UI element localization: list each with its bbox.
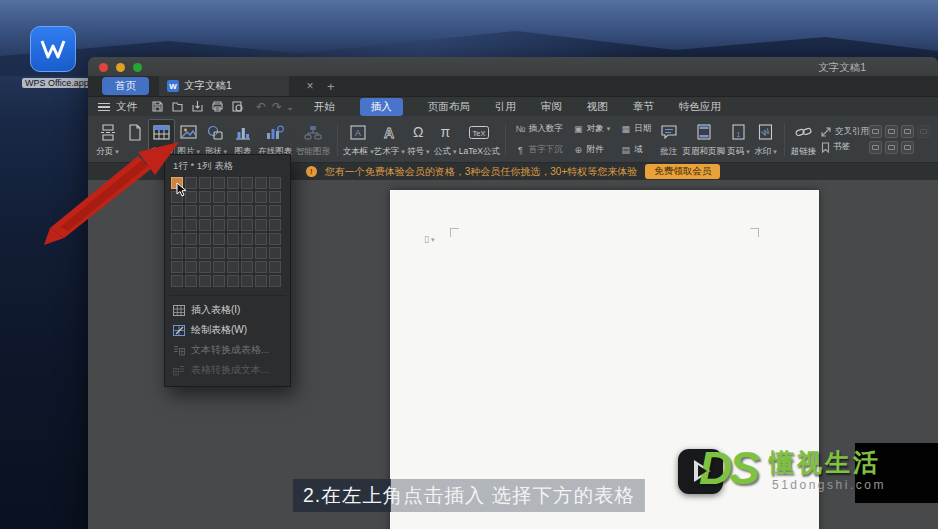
new-tab-button[interactable]: + bbox=[327, 79, 335, 94]
attachment-button[interactable]: ⊕附件 bbox=[573, 141, 611, 161]
ribbon-tab-3[interactable]: 引用 bbox=[495, 100, 516, 114]
tab-close-icon[interactable]: × bbox=[303, 79, 317, 93]
window-titlebar[interactable]: 文字文稿1 bbox=[88, 57, 938, 76]
table-grid-cell[interactable] bbox=[171, 261, 183, 273]
ribbon-tab-5[interactable]: 视图 bbox=[587, 100, 608, 114]
table-grid-cell[interactable] bbox=[241, 247, 253, 259]
table-grid-cell[interactable] bbox=[227, 233, 239, 245]
smart-graphic-button[interactable]: 智能图形 bbox=[294, 119, 332, 160]
cross-reference-button[interactable]: 交叉引用 bbox=[821, 126, 869, 138]
toolbar-more-icon[interactable]: ⌄ bbox=[286, 102, 294, 112]
table-grid-cell[interactable] bbox=[213, 275, 225, 287]
text-box-button[interactable]: A 文本框 bbox=[343, 119, 374, 160]
ribbon-tab-7[interactable]: 特色应用 bbox=[679, 100, 721, 114]
paragraph-handle-icon[interactable]: ▯ bbox=[424, 234, 434, 244]
table-grid-cell[interactable] bbox=[241, 177, 253, 189]
latex-button[interactable]: TeX LaTeX公式 bbox=[459, 119, 500, 160]
table-grid-cell[interactable] bbox=[227, 205, 239, 217]
comment-button[interactable]: 批注 bbox=[655, 119, 682, 160]
table-grid-cell[interactable] bbox=[199, 219, 211, 231]
drop-cap-button[interactable]: ¶首字下沉 bbox=[515, 141, 563, 161]
extra-insert-icon[interactable] bbox=[885, 125, 898, 138]
redo-icon[interactable]: ↷ bbox=[272, 100, 282, 114]
hyperlink-button[interactable]: 超链接 bbox=[790, 119, 817, 160]
table-grid-cell[interactable] bbox=[185, 261, 197, 273]
table-grid-cell[interactable] bbox=[227, 261, 239, 273]
table-grid-cell[interactable] bbox=[227, 247, 239, 259]
table-grid-cell[interactable] bbox=[227, 177, 239, 189]
table-grid-cell[interactable] bbox=[241, 191, 253, 203]
table-grid-cell[interactable] bbox=[269, 247, 281, 259]
table-grid-cell[interactable] bbox=[199, 247, 211, 259]
ribbon-tab-1[interactable]: 插入 bbox=[360, 98, 403, 116]
table-grid-cell[interactable] bbox=[199, 233, 211, 245]
ribbon-tab-2[interactable]: 页面布局 bbox=[428, 100, 470, 114]
table-grid-cell[interactable] bbox=[269, 205, 281, 217]
extra-insert-icon[interactable] bbox=[885, 141, 898, 154]
word-art-button[interactable]: A 艺术字 bbox=[374, 119, 405, 160]
table-grid-cell[interactable] bbox=[185, 247, 197, 259]
undo-icon[interactable]: ↶ bbox=[256, 100, 266, 114]
table-grid-cell[interactable] bbox=[199, 191, 211, 203]
table-grid-cell[interactable] bbox=[213, 191, 225, 203]
table-grid-cell[interactable] bbox=[213, 233, 225, 245]
table-grid-cell[interactable] bbox=[171, 275, 183, 287]
extra-insert-icon[interactable] bbox=[901, 125, 914, 138]
table-grid-cell[interactable] bbox=[255, 177, 267, 189]
menu-item-draw-table[interactable]: 绘制表格(W) bbox=[169, 320, 286, 340]
table-grid-cell[interactable] bbox=[241, 275, 253, 287]
table-grid-cell[interactable] bbox=[255, 261, 267, 273]
save-icon[interactable] bbox=[151, 100, 164, 113]
print-icon[interactable] bbox=[211, 100, 224, 113]
table-grid-cell[interactable] bbox=[241, 233, 253, 245]
table-grid-cell[interactable] bbox=[255, 233, 267, 245]
export-icon[interactable] bbox=[191, 100, 204, 113]
desktop-icon-wps[interactable]: WPS Office.app bbox=[22, 26, 84, 90]
table-grid-cell[interactable] bbox=[213, 247, 225, 259]
table-grid-cell[interactable] bbox=[199, 275, 211, 287]
table-grid-cell[interactable] bbox=[227, 219, 239, 231]
extra-insert-icon[interactable] bbox=[869, 141, 882, 154]
field-button[interactable]: ▤域 bbox=[620, 141, 651, 161]
table-grid-cell[interactable] bbox=[213, 177, 225, 189]
table-grid-cell[interactable] bbox=[269, 261, 281, 273]
tab-document[interactable]: W 文字文稿1 bbox=[159, 76, 289, 96]
table-grid-cell[interactable] bbox=[269, 233, 281, 245]
open-icon[interactable] bbox=[171, 100, 184, 113]
table-grid-cell[interactable] bbox=[269, 177, 281, 189]
table-grid-cell[interactable] bbox=[171, 247, 183, 259]
table-grid-cell[interactable] bbox=[199, 261, 211, 273]
page-number-button[interactable]: 1 页码 bbox=[725, 119, 752, 160]
table-grid-cell[interactable] bbox=[255, 205, 267, 217]
table-grid-cell[interactable] bbox=[213, 205, 225, 217]
menu-item-text-to-table[interactable]: 文本转换成表格... bbox=[169, 340, 286, 360]
tab-home[interactable]: 首页 bbox=[102, 77, 149, 95]
preview-icon[interactable] bbox=[231, 100, 244, 113]
bookmark-button[interactable]: 书签 bbox=[821, 141, 869, 153]
table-grid-cell[interactable] bbox=[255, 191, 267, 203]
insert-number-button[interactable]: №插入数字 bbox=[515, 119, 563, 139]
table-grid-cell[interactable] bbox=[213, 219, 225, 231]
table-grid-cell[interactable] bbox=[269, 219, 281, 231]
table-grid-cell[interactable] bbox=[255, 247, 267, 259]
file-menu[interactable]: 文件 bbox=[116, 100, 137, 114]
table-grid-cell[interactable] bbox=[255, 275, 267, 287]
header-footer-button[interactable]: 页眉和页脚 bbox=[682, 119, 725, 160]
table-grid-cell[interactable] bbox=[241, 205, 253, 217]
extra-insert-icon[interactable] bbox=[917, 125, 930, 138]
hamburger-menu-icon[interactable] bbox=[98, 103, 110, 111]
date-button[interactable]: ▦日期 bbox=[620, 119, 651, 139]
zoom-window-button[interactable] bbox=[133, 63, 142, 72]
extra-insert-icon[interactable] bbox=[869, 125, 882, 138]
formula-button[interactable]: π 公式 bbox=[432, 119, 459, 160]
table-grid-cell[interactable] bbox=[269, 275, 281, 287]
ribbon-tab-6[interactable]: 章节 bbox=[633, 100, 654, 114]
ribbon-tab-0[interactable]: 开始 bbox=[314, 100, 335, 114]
table-grid-cell[interactable] bbox=[255, 219, 267, 231]
table-grid-cell[interactable] bbox=[269, 191, 281, 203]
table-grid-cell[interactable] bbox=[227, 191, 239, 203]
symbol-button[interactable]: Ω 符号 bbox=[405, 119, 432, 160]
table-grid-cell[interactable] bbox=[227, 275, 239, 287]
ribbon-tab-4[interactable]: 审阅 bbox=[541, 100, 562, 114]
menu-item-table-to-text[interactable]: 表格转换成文本... bbox=[169, 360, 286, 380]
